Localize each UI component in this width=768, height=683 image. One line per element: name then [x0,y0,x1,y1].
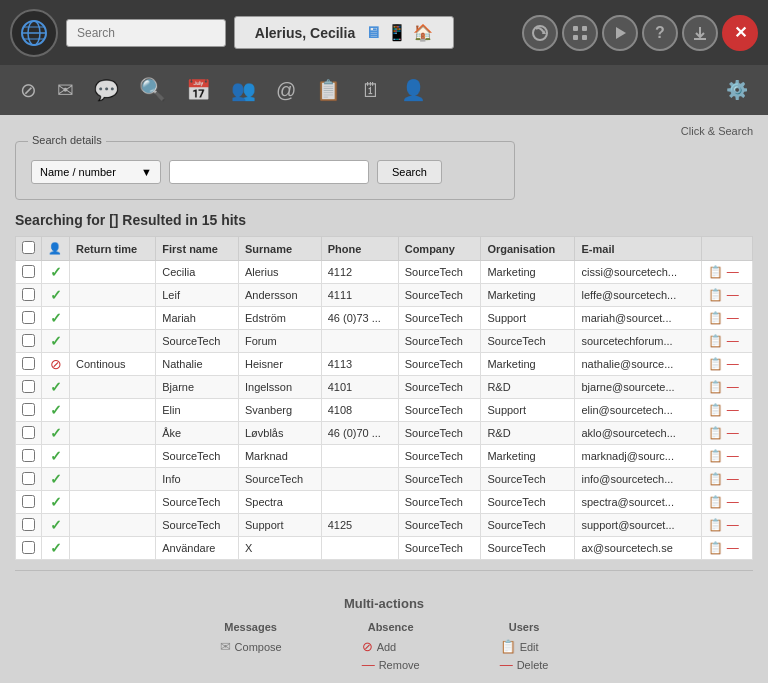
row-checkbox[interactable] [22,357,35,370]
row-delete-icon[interactable]: — [727,518,739,532]
row-checkbox[interactable] [22,311,35,324]
row-edit-icon[interactable]: 📋 [708,495,723,509]
select-all-checkbox[interactable] [22,241,35,254]
row-delete-icon[interactable]: — [727,426,739,440]
row-email: elin@sourcetech... [575,399,701,422]
nav-phone-book-icon[interactable]: 📋 [316,78,341,102]
row-edit-icon[interactable]: 📋 [708,265,723,279]
row-delete-icon[interactable]: — [727,288,739,302]
status-green-icon: ✓ [50,540,62,556]
row-checkbox[interactable] [22,380,35,393]
row-checkbox[interactable] [22,472,35,485]
th-phone[interactable]: Phone [321,237,398,261]
row-status: ✓ [42,514,70,537]
row-edit-icon[interactable]: 📋 [708,288,723,302]
row-delete-icon[interactable]: — [727,311,739,325]
row-checkbox[interactable] [22,426,35,439]
help-icon-btn[interactable]: ? [642,15,678,51]
row-edit-icon[interactable]: 📋 [708,541,723,555]
row-delete-icon[interactable]: — [727,265,739,279]
th-email[interactable]: E-mail [575,237,701,261]
row-edit-icon[interactable]: 📋 [708,357,723,371]
users-edit-action[interactable]: 📋 Edit [500,639,549,654]
nav-calendar-icon[interactable]: 📅 [186,78,211,102]
row-status: ✓ [42,261,70,284]
download-icon-btn[interactable] [682,15,718,51]
nav-settings-icon[interactable]: ⚙️ [726,79,748,101]
multi-actions-section: Multi-actions Messages ✉ Compose Absence… [15,586,753,683]
row-delete-icon[interactable]: — [727,472,739,486]
row-phone: 4101 [321,376,398,399]
row-edit-icon[interactable]: 📋 [708,426,723,440]
row-surname: Support [238,514,321,537]
play-icon-btn[interactable] [602,15,638,51]
row-checkbox[interactable] [22,495,35,508]
row-delete-icon[interactable]: — [727,380,739,394]
nav-chat-icon[interactable]: 💬 [94,78,119,102]
row-checkbox[interactable] [22,265,35,278]
absence-add-label: Add [377,641,397,653]
nav-at-icon[interactable]: @ [276,79,296,102]
grid-icon-btn[interactable] [562,15,598,51]
row-checkbox[interactable] [22,334,35,347]
row-checkbox[interactable] [22,449,35,462]
svg-rect-10 [582,35,587,40]
row-edit-icon[interactable]: 📋 [708,403,723,417]
th-company[interactable]: Company [398,237,481,261]
compose-action[interactable]: ✉ Compose [220,639,282,654]
row-edit-icon[interactable]: 📋 [708,334,723,348]
th-return-time[interactable]: Return time [70,237,156,261]
user-display: Alerius, Cecilia 🖥 📱 🏠 [234,16,454,49]
row-edit-icon[interactable]: 📋 [708,311,723,325]
row-first-name: SourceTech [156,514,239,537]
row-edit-icon[interactable]: 📋 [708,380,723,394]
nav-group-icon[interactable]: 👥 [231,78,256,102]
row-checkbox[interactable] [22,518,35,531]
refresh-icon-btn[interactable] [522,15,558,51]
svg-rect-9 [573,35,578,40]
row-return-time [70,468,156,491]
th-select-all[interactable] [16,237,42,261]
row-delete-icon[interactable]: — [727,334,739,348]
nav-email-icon[interactable]: ✉ [57,78,74,102]
row-checkbox[interactable] [22,288,35,301]
absence-remove-action[interactable]: — Remove [362,657,420,672]
row-surname: Alerius [238,261,321,284]
row-edit-icon[interactable]: 📋 [708,472,723,486]
row-company: SourceTech [398,353,481,376]
top-bar: Alerius, Cecilia 🖥 📱 🏠 ? [0,0,768,65]
row-email: leffe@sourcetech... [575,284,701,307]
search-text-input[interactable] [169,160,369,184]
nav-calendar2-icon[interactable]: 🗓 [361,79,381,102]
row-delete-icon[interactable]: — [727,403,739,417]
row-edit-icon[interactable]: 📋 [708,449,723,463]
users-delete-action[interactable]: — Delete [500,657,549,672]
close-icon-btn[interactable]: ✕ [722,15,758,51]
status-blocked-icon: ⊘ [50,356,62,372]
top-search-input[interactable] [66,19,226,47]
row-phone: 4125 [321,514,398,537]
row-delete-icon[interactable]: — [727,449,739,463]
row-first-name: SourceTech [156,491,239,514]
row-delete-icon[interactable]: — [727,357,739,371]
row-email: mariah@sourcet... [575,307,701,330]
th-first-name[interactable]: First name [156,237,239,261]
nav-block-icon[interactable]: ⊘ [20,78,37,102]
home-icon: 🏠 [413,23,433,42]
search-button[interactable]: Search [377,160,442,184]
search-field-dropdown[interactable]: Name / number ▼ [31,160,161,184]
row-edit-icon[interactable]: 📋 [708,518,723,532]
th-organisation[interactable]: Organisation [481,237,575,261]
nav-search-icon[interactable]: 🔍 [139,77,166,103]
row-delete-icon[interactable]: — [727,541,739,555]
person-icon: 👤 [48,242,62,254]
th-actions [701,237,752,261]
logo[interactable] [10,9,58,57]
row-delete-icon[interactable]: — [727,495,739,509]
row-checkbox[interactable] [22,541,35,554]
absence-add-action[interactable]: ⊘ Add [362,639,420,654]
nav-user-icon[interactable]: 👤 [401,78,426,102]
row-checkbox[interactable] [22,403,35,416]
th-surname[interactable]: Surname [238,237,321,261]
row-phone [321,330,398,353]
